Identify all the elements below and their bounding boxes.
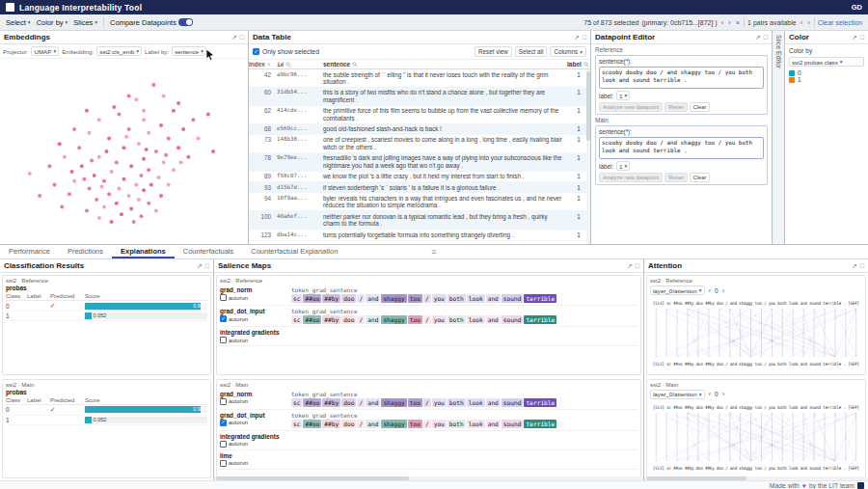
salience-token[interactable]: /	[357, 294, 365, 303]
scatter-point[interactable]	[72, 179, 76, 183]
analyze-new-datapoint-button[interactable]: Analyze new datapoint	[599, 173, 663, 182]
scatter-point[interactable]	[105, 149, 109, 153]
table-row[interactable]: 62414cde...the primitive force of this f…	[249, 106, 590, 124]
scatter-point[interactable]	[60, 205, 64, 209]
salience-token[interactable]: sc	[291, 294, 302, 303]
popout-icon[interactable]: ↗	[852, 262, 857, 269]
popout-icon[interactable]: ↗	[627, 262, 633, 269]
scatter-point[interactable]	[63, 155, 67, 159]
autorun-checkbox[interactable]	[220, 337, 227, 343]
salience-token[interactable]: terrible	[524, 398, 556, 407]
salience-token[interactable]: shaggy	[381, 420, 406, 428]
table-row[interactable]: 123dba14c...turns potentially forgettabl…	[249, 230, 590, 240]
scatter-point[interactable]	[139, 174, 143, 177]
salience-token[interactable]: /	[423, 294, 431, 303]
salience-token[interactable]: look	[467, 315, 485, 324]
autorun-checkbox[interactable]	[220, 398, 227, 405]
salience-token[interactable]: both	[448, 294, 466, 303]
table-row[interactable]: 89f58c07...we know the plot 's a little …	[249, 172, 590, 182]
scatter-point[interactable]	[72, 127, 76, 131]
maximize-icon[interactable]: □	[860, 262, 864, 269]
tab-performance[interactable]: Performance	[0, 245, 59, 258]
scatter-point[interactable]	[97, 118, 101, 122]
user-avatar[interactable]: GD	[852, 3, 862, 12]
salience-token[interactable]: and	[366, 315, 380, 324]
scatter-point[interactable]	[147, 202, 150, 205]
popout-icon[interactable]: ↗	[852, 34, 857, 41]
scatter-point[interactable]	[117, 113, 121, 117]
scatter-point[interactable]	[115, 202, 119, 205]
next-head-icon[interactable]: ›	[721, 286, 726, 295]
scatter-point[interactable]	[134, 97, 138, 101]
salience-token[interactable]: terrible	[524, 315, 556, 324]
attention-scrollbar[interactable]	[644, 476, 868, 480]
scatter-point[interactable]	[129, 207, 133, 211]
scatter-point[interactable]	[179, 161, 183, 165]
popout-icon[interactable]: ↗	[197, 262, 203, 269]
scatter-point[interactable]	[110, 220, 114, 224]
scatter-point[interactable]	[176, 101, 180, 105]
scatter-point[interactable]	[77, 146, 81, 149]
tab-counterfactuals[interactable]: Counterfactuals	[175, 245, 243, 258]
table-row[interactable]: 73148b38...one of creepiest , scariest m…	[249, 135, 590, 153]
prev-pair-icon[interactable]: ‹	[800, 18, 804, 27]
slice-editor-collapsed-tab[interactable]: Slice Editor	[773, 31, 785, 244]
scatter-point[interactable]	[211, 149, 215, 153]
salience-token[interactable]: shaggy	[381, 315, 406, 324]
scatter-point[interactable]	[95, 198, 98, 202]
scatter-point[interactable]	[93, 174, 96, 177]
scatter-point[interactable]	[122, 146, 126, 149]
color-by-select[interactable]: sst2 probas class ▾	[789, 57, 864, 67]
sentence-input[interactable]: scooby dooby doo / and shaggy too / you …	[599, 67, 764, 89]
autorun-checkbox[interactable]	[220, 441, 227, 448]
projector-select[interactable]: UMAP ▾	[31, 46, 59, 56]
scatter-point[interactable]	[147, 168, 150, 172]
popout-icon[interactable]: ↗	[574, 34, 580, 41]
salience-token[interactable]: /	[357, 315, 365, 324]
label-select[interactable]: 1▾	[616, 161, 630, 171]
scatter-point[interactable]	[88, 131, 92, 135]
scatter-point[interactable]	[115, 161, 119, 165]
scatter-point[interactable]	[132, 220, 136, 224]
column-header-index[interactable]: index	[249, 61, 274, 68]
table-row[interactable]: 68e569cc...good old-fashioned slash-and-…	[249, 124, 590, 135]
maximize-icon[interactable]: □	[636, 262, 639, 269]
scatter-point[interactable]	[102, 205, 106, 209]
reset-view-button[interactable]: Reset view	[475, 46, 512, 57]
clear-selection-button[interactable]: Clear selection	[818, 19, 862, 26]
salience-token[interactable]: ##oo	[303, 294, 321, 303]
scatter-point[interactable]	[85, 208, 89, 212]
scatter-point[interactable]	[110, 170, 114, 174]
next-datapoint-icon[interactable]: ›	[727, 18, 732, 27]
tab-explanations[interactable]: Explanations	[112, 245, 175, 258]
scatter-point[interactable]	[142, 109, 146, 113]
slices-menu[interactable]: Slices ▾	[73, 18, 97, 27]
scatter-point[interactable]	[181, 127, 185, 131]
scatter-point[interactable]	[162, 161, 166, 165]
popout-icon[interactable]: ↗	[231, 34, 237, 41]
salience-token[interactable]: too	[408, 315, 422, 324]
scatter-point[interactable]	[127, 94, 131, 97]
select-all-button[interactable]: Select all	[515, 46, 548, 57]
scatter-point[interactable]	[167, 137, 171, 141]
salience-token[interactable]: sound	[502, 294, 524, 303]
column-header-id[interactable]: id	[274, 62, 320, 68]
salience-token[interactable]: and	[486, 294, 501, 303]
scatter-point[interactable]	[134, 183, 138, 187]
scatter-point[interactable]	[58, 142, 62, 146]
scatter-point[interactable]	[142, 157, 146, 161]
salience-token[interactable]: and	[366, 420, 380, 428]
scatter-point[interactable]	[147, 131, 150, 135]
salience-token[interactable]: look	[467, 398, 485, 407]
reset-button[interactable]: Reset	[665, 102, 687, 112]
scatter-point[interactable]	[151, 83, 155, 87]
scatter-point[interactable]	[139, 214, 143, 218]
salience-token[interactable]: both	[448, 420, 466, 428]
salience-token[interactable]: shaggy	[381, 294, 406, 303]
salience-token[interactable]: and	[366, 294, 380, 303]
prev-head-icon[interactable]: ‹	[708, 390, 713, 398]
salience-token[interactable]: sound	[502, 398, 524, 407]
salience-scrollbar[interactable]	[214, 476, 643, 480]
table-scrollbar[interactable]	[586, 69, 590, 244]
next-pair-icon[interactable]: ›	[806, 18, 811, 27]
